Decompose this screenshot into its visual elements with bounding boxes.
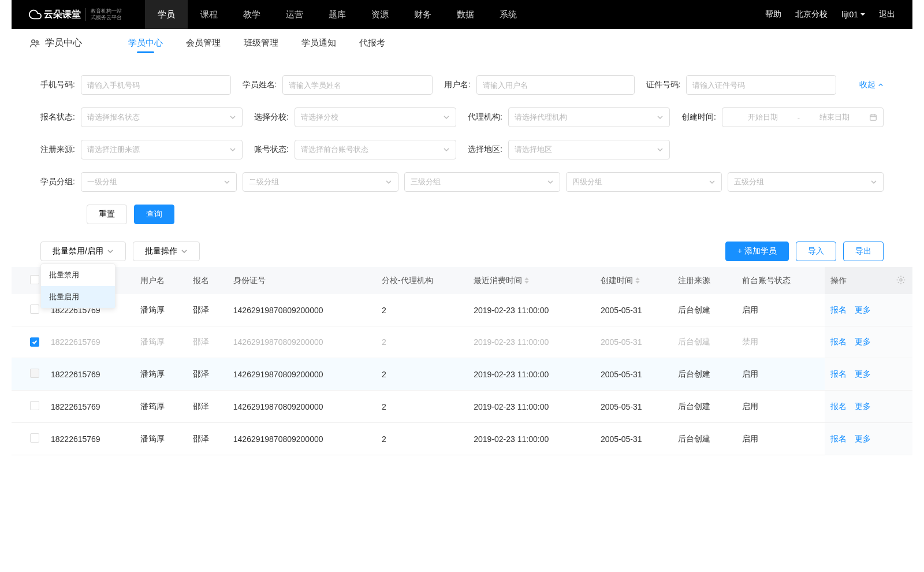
bulk-toggle-button[interactable]: 批量禁用/启用 [40,242,126,261]
sub-nav-title: 学员中心 [29,29,82,57]
sort-icon[interactable] [524,277,529,284]
filter-input[interactable] [81,75,231,95]
reset-button[interactable]: 重置 [87,205,127,224]
filter-buttons: 重置 查询 [40,205,884,224]
table-header: 用户名报名身份证号分校-代理机构最近消费时间创建时间注册来源前台账号状态操作 [12,267,912,294]
nav-tab-5[interactable]: 资源 [359,0,401,29]
cell-phone: 18222615769 [45,423,135,455]
group-row: 学员分组: 一级分组二级分组三级分组四级分组五级分组 [40,172,884,192]
nav-tab-0[interactable]: 学员 [145,0,188,29]
sub-tab-1[interactable]: 会员管理 [186,29,221,57]
filter-select[interactable]: 请选择地区 [508,140,670,159]
cell-phone: 18222615769 [45,358,135,391]
nav-tab-7[interactable]: 数据 [444,0,487,29]
filter-row-3: 注册来源:请选择注册来源账号状态:请选择前台账号状态选择地区:请选择地区x [40,140,884,159]
filter-input[interactable] [282,75,433,95]
dropdown-item[interactable]: 批量启用 [41,286,115,308]
chevron-down-icon [229,146,236,153]
filter-select[interactable]: 请选择前台账号状态 [295,140,456,159]
enroll-link[interactable]: 报名 [830,434,847,443]
filter-label: 代理机构: [468,112,502,122]
export-button[interactable]: 导出 [843,242,884,261]
cell-user: 潘筠厚 [135,391,187,423]
student-table: 用户名报名身份证号分校-代理机构最近消费时间创建时间注册来源前台账号状态操作 1… [12,267,912,455]
table-header-cell: 注册来源 [672,267,736,294]
gear-icon[interactable] [896,275,906,286]
group-select-3[interactable]: 三级分组 [404,172,560,192]
branch-link[interactable]: 北京分校 [795,9,828,20]
table-header-cell: 最近消费时间 [468,267,595,294]
enroll-link[interactable]: 报名 [830,402,847,411]
chevron-down-icon [657,146,664,153]
cell-user: 潘筠厚 [135,358,187,391]
more-link[interactable]: 更多 [855,402,871,411]
sub-tab-0[interactable]: 学员中心 [128,29,163,57]
row-checkbox[interactable] [30,337,39,347]
more-link[interactable]: 更多 [855,434,871,443]
filter-daterange[interactable]: 开始日期-结束日期 [722,107,884,127]
more-link[interactable]: 更多 [855,369,871,378]
cell-status: 启用 [736,423,824,455]
filter-input[interactable] [686,75,836,95]
cell-lastConsume: 2019-02-23 11:00:00 [468,391,595,423]
action-bar: 批量禁用/启用 批量操作 + 添加学员 导入 导出 批量禁用批量启用 [12,230,912,267]
cell-enroll: 邵泽 [187,358,228,391]
sub-tabs: 学员中心会员管理班级管理学员通知代报考 [128,29,385,57]
cell-user: 潘筠厚 [135,294,187,326]
nav-tab-6[interactable]: 财务 [401,0,444,29]
calendar-icon [869,113,877,121]
caret-down-icon [860,12,865,17]
filter-row-2: 报名状态:请选择报名状态选择分校:请选择分校代理机构:请选择代理机构创建时间:开… [40,107,884,127]
add-student-button[interactable]: + 添加学员 [725,242,789,261]
filter-label: 学员姓名: [243,80,277,90]
svg-rect-2 [870,115,877,120]
logout-link[interactable]: 退出 [879,9,895,20]
filter-select[interactable]: 请选择注册来源 [81,140,243,159]
enroll-link[interactable]: 报名 [830,337,847,346]
help-link[interactable]: 帮助 [765,9,781,20]
nav-tab-8[interactable]: 系统 [487,0,530,29]
collapse-toggle[interactable]: 收起 [859,80,884,90]
cell-enroll: 邵泽 [187,326,228,358]
nav-tab-3[interactable]: 运营 [273,0,316,29]
group-select-4[interactable]: 四级分组 [566,172,722,192]
enroll-link[interactable]: 报名 [830,305,847,314]
cell-status: 启用 [736,391,824,423]
filter-label: 报名状态: [40,112,75,122]
chevron-down-icon [443,114,450,121]
cell-source: 后台创建 [672,423,736,455]
sub-tab-2[interactable]: 班级管理 [244,29,278,57]
row-checkbox[interactable] [30,304,39,314]
logo[interactable]: 云朵课堂 [29,8,81,21]
group-select-2[interactable]: 二级分组 [243,172,398,192]
cell-idcard: 14262919870809200000 [228,423,376,455]
row-checkbox[interactable] [30,433,39,443]
filter-item: 证件号码: [646,75,837,95]
more-link[interactable]: 更多 [855,305,871,314]
more-link[interactable]: 更多 [855,337,871,346]
cell-status: 启用 [736,358,824,391]
enroll-link[interactable]: 报名 [830,369,847,378]
sub-tab-3[interactable]: 学员通知 [301,29,336,57]
row-checkbox[interactable] [30,401,39,410]
user-menu[interactable]: lijt01 [841,10,865,19]
group-select-5[interactable]: 五级分组 [728,172,884,192]
import-button[interactable]: 导入 [796,242,836,261]
filter-select[interactable]: 请选择分校 [295,107,456,127]
select-all-checkbox[interactable] [30,275,39,284]
nav-tab-4[interactable]: 题库 [316,0,359,29]
filter-select[interactable]: 请选择代理机构 [508,107,670,127]
bulk-op-button[interactable]: 批量操作 [133,242,200,261]
group-select-1[interactable]: 一级分组 [81,172,237,192]
search-button[interactable]: 查询 [134,205,174,224]
sub-tab-4[interactable]: 代报考 [359,29,385,57]
filter-label: 选择分校: [254,112,289,122]
nav-tab-2[interactable]: 教学 [230,0,273,29]
row-checkbox[interactable] [30,369,39,378]
filter-input[interactable] [476,75,635,95]
dropdown-item[interactable]: 批量禁用 [41,264,115,286]
cell-status: 禁用 [736,326,824,358]
sort-icon[interactable] [635,277,640,284]
nav-tab-1[interactable]: 课程 [188,0,230,29]
filter-select[interactable]: 请选择报名状态 [81,107,243,127]
